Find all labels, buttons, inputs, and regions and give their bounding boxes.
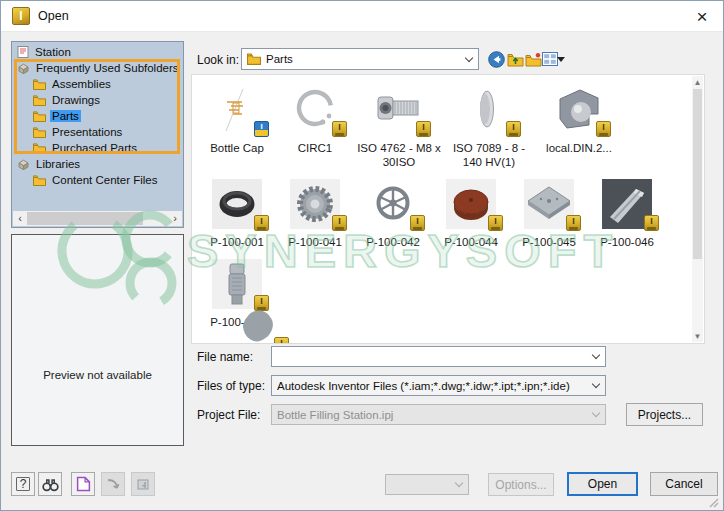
folder-icon: [33, 127, 46, 138]
tree-horizontal-scrollbar[interactable]: ‹ ›: [13, 211, 182, 226]
folder-icon: [33, 175, 46, 186]
tree-item-drawings[interactable]: Drawings: [13, 92, 182, 108]
box-arrow-icon: [136, 478, 150, 491]
files-of-type-dropdown[interactable]: Autodesk Inventor Files (*.iam;*.dwg;*.i…: [271, 375, 606, 396]
open-dialog: I Open × StationFrequently Used Subfolde…: [0, 0, 724, 511]
tree-item-assemblies[interactable]: Assemblies: [13, 76, 182, 92]
scroll-up-icon[interactable]: ▲: [692, 76, 703, 88]
file-item-p-100-042[interactable]: IP-100-042: [355, 177, 431, 249]
oring-thumbnail: I: [211, 177, 263, 229]
file-item-label: CIRC1: [298, 141, 333, 155]
ipt-badge-icon: I: [596, 121, 611, 137]
tree-item-parts[interactable]: Parts: [13, 108, 182, 124]
document-icon: [76, 476, 91, 492]
seal-thumbnail: I: [553, 83, 605, 135]
help-icon: ?: [16, 477, 30, 491]
file-item-label: P-100-046: [600, 235, 654, 249]
close-icon[interactable]: ×: [681, 1, 723, 32]
file-item-item[interactable]: I: [219, 299, 295, 344]
chevron-down-icon[interactable]: [587, 376, 605, 395]
file-list-scrollbar[interactable]: ▲ ▼: [692, 76, 703, 342]
scroll-down-icon[interactable]: ▼: [692, 330, 703, 342]
dwg-badge-icon: I: [254, 121, 269, 137]
help-button[interactable]: ?: [11, 472, 35, 496]
file-item-iso-4762-m8-x-30iso[interactable]: IISO 4762 - M8 x 30ISO: [355, 83, 443, 169]
look-in-value: Parts: [266, 53, 293, 65]
folder-icon: [247, 53, 261, 65]
tree-scroll-thumb[interactable]: [27, 212, 143, 225]
file-list: IBottle CapICIRC1IISO 4762 - M8 x 30ISOI…: [191, 74, 705, 344]
cancel-button[interactable]: Cancel: [650, 472, 718, 496]
tree-item-label: Presentations: [50, 126, 124, 138]
ipt-badge-icon: I: [332, 215, 347, 231]
scroll-right-icon[interactable]: ›: [168, 212, 182, 225]
tree-item-label: Content Center Files: [50, 174, 159, 186]
file-item-label: P-100-044: [444, 235, 498, 249]
file-item-p-100-044[interactable]: IP-100-044: [433, 177, 509, 249]
tree-item-station[interactable]: Station: [13, 44, 182, 60]
tree-item-label: Parts: [50, 110, 81, 122]
file-item-bottle-cap[interactable]: IBottle Cap: [199, 83, 275, 169]
file-item-label: Bottle Cap: [210, 141, 264, 155]
file-item-iso-7089-8-140-hv-1[interactable]: IISO 7089 - 8 - 140 HV(1): [445, 83, 533, 169]
preview-panel: Preview not available: [11, 234, 184, 446]
dialog-title: Open: [38, 9, 69, 23]
tree-scroll-track[interactable]: [27, 212, 168, 225]
file-item-p-100-045[interactable]: IP-100-045: [511, 177, 587, 249]
tree-item-label: Libraries: [34, 158, 82, 170]
file-item-label: ISO 7089 - 8 - 140 HV(1): [445, 141, 533, 169]
tree-item-purchased-parts[interactable]: Purchased Parts: [13, 140, 182, 156]
projects-button[interactable]: Projects...: [626, 403, 703, 426]
up-one-level-button[interactable]: [506, 50, 524, 68]
options-button[interactable]: Options...: [488, 473, 554, 496]
folder-icon: [33, 143, 46, 154]
shaft-dark-thumbnail: I: [601, 177, 653, 229]
chevron-down-icon: [450, 475, 468, 494]
folder-tree-panel: StationFrequently Used SubfoldersAssembl…: [11, 41, 184, 228]
open-button[interactable]: Open: [567, 472, 638, 496]
create-new-folder-button[interactable]: [524, 50, 542, 68]
view-menu-caret-icon[interactable]: [557, 57, 565, 62]
tree-item-label: Frequently Used Subfolders: [34, 62, 181, 74]
disc-red-thumbnail: I: [445, 177, 497, 229]
scroll-left-icon[interactable]: ‹: [13, 212, 27, 225]
back-button[interactable]: [487, 50, 505, 68]
file-name-input[interactable]: [271, 346, 606, 367]
file-item-p-100-001[interactable]: IP-100-001: [199, 177, 275, 249]
file-item-local-din-2[interactable]: Ilocal.DIN.2...: [535, 83, 623, 169]
binoculars-icon: [42, 477, 59, 492]
project-file-value: Bottle Filling Station.ipj: [277, 409, 393, 421]
folder-icon: [33, 95, 46, 106]
file-version-dropdown[interactable]: [385, 474, 469, 495]
files-of-type-value: Autodesk Inventor Files (*.iam;*.dwg;*.i…: [277, 380, 570, 392]
tree-item-presentations[interactable]: Presentations: [13, 124, 182, 140]
open-express-button[interactable]: [131, 472, 155, 496]
chevron-down-icon[interactable]: [587, 347, 605, 366]
document-icon: [17, 46, 29, 58]
folder-icon: [33, 79, 46, 90]
file-item-circ1[interactable]: ICIRC1: [277, 83, 353, 169]
resize-grip[interactable]: [708, 495, 720, 507]
file-item-p-100-046[interactable]: IP-100-046: [589, 177, 665, 249]
look-in-label: Look in:: [197, 53, 239, 67]
tree-item-frequently-used-subfolders[interactable]: Frequently Used Subfolders: [13, 60, 182, 76]
look-in-dropdown[interactable]: Parts: [241, 48, 479, 70]
curved-arrow-icon: [106, 478, 121, 491]
file-item-p-100-041[interactable]: IP-100-041: [277, 177, 353, 249]
new-document-button[interactable]: [71, 472, 95, 496]
gear-thumbnail: I: [289, 177, 341, 229]
find-button[interactable]: [38, 472, 62, 496]
tree-item-content-center-files[interactable]: Content Center Files: [13, 172, 182, 188]
ipt-badge-icon: I: [566, 215, 581, 231]
file-scroll-thumb[interactable]: [693, 89, 702, 259]
file-item-label: P-100-001: [210, 235, 264, 249]
import-button[interactable]: [101, 472, 125, 496]
titlebar: I Open ×: [1, 1, 723, 32]
workspace-icon: [17, 63, 30, 74]
tree-item-libraries[interactable]: Libraries: [13, 156, 182, 172]
chevron-down-icon[interactable]: [460, 49, 478, 69]
project-file-dropdown[interactable]: Bottle Filling Station.ipj: [271, 404, 606, 425]
file-item-label: ISO 4762 - M8 x 30ISO: [355, 141, 443, 169]
ipt-badge-icon: I: [416, 121, 431, 137]
file-name-label: File name:: [197, 350, 253, 364]
